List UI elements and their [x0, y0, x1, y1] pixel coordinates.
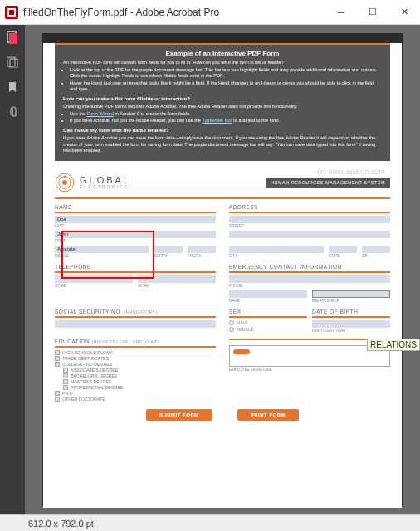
section-emergency: EMERGENCY CONTACT INFORMATION [229, 264, 390, 273]
svg-point-9 [62, 180, 67, 185]
emergency-phone-field[interactable] [229, 275, 390, 283]
emergency-name-field[interactable] [229, 290, 307, 298]
signature-mark-icon [233, 349, 250, 354]
work-phone-field[interactable] [138, 275, 216, 283]
first-name-field[interactable]: John [55, 231, 216, 238]
svg-rect-4 [9, 33, 17, 44]
dob-field[interactable] [312, 320, 390, 328]
window-title: filledOnTheFlyForm.pdf - Adobe Acrobat P… [23, 7, 325, 18]
header-text: Creating interactive PDF forms requires … [63, 104, 382, 110]
nav-rail [0, 25, 25, 514]
section-address: ADDRESS [229, 204, 390, 213]
section-name: NAME [55, 204, 216, 213]
last-name-field[interactable]: Doe [55, 216, 216, 223]
middle-name-field[interactable]: Alvanda [55, 246, 149, 253]
male-radio[interactable] [229, 320, 234, 325]
phd-checkbox[interactable] [55, 391, 60, 396]
street-field[interactable] [229, 216, 390, 223]
assoc-checkbox[interactable] [63, 368, 68, 373]
mast-checkbox[interactable] [63, 379, 68, 384]
brand-name: GLOBAL [80, 175, 261, 185]
other-checkbox[interactable] [55, 397, 60, 402]
status-bar: 612.0 x 792.0 pt [0, 514, 420, 531]
page-dimensions: 612.0 x 792.0 pt [28, 519, 94, 529]
svg-rect-2 [9, 10, 14, 15]
field-label: LAST [55, 224, 216, 228]
header-intro: An interactive PDF form will contain for… [63, 60, 382, 66]
female-radio[interactable] [229, 327, 234, 332]
header-question: Can I save my form with the data I enter… [63, 127, 382, 134]
home-phone-field[interactable] [55, 275, 133, 283]
section-education: EDUCATION (HIGHEST LEVEL AND YEAR) [55, 339, 216, 348]
city-field[interactable] [229, 246, 324, 253]
window-titlebar: filledOnTheFlyForm.pdf - Adobe Acrobat P… [0, 0, 420, 25]
suffix-field[interactable] [154, 246, 183, 253]
minimize-button[interactable]: ─ [325, 1, 357, 24]
section-telephone: TELEPHONE [55, 264, 216, 273]
close-button[interactable]: ✕ [388, 1, 420, 24]
section-sex: SEX [229, 309, 307, 318]
relationship-field[interactable] [312, 290, 390, 298]
section-ssn: SOCIAL SECURITY NO. (MANDATORY) [55, 309, 216, 318]
maximize-button[interactable]: ☐ [357, 1, 388, 24]
pdf-page: Example of an Interactive PDF Form An in… [43, 43, 402, 508]
zip-field[interactable] [362, 246, 390, 253]
tooltip: RELATIONS [367, 339, 420, 351]
submit-button[interactable]: SUBMIT FORM [146, 409, 212, 421]
state-field[interactable] [329, 246, 357, 253]
watermark: (c) www.apitron.com [317, 168, 385, 176]
street2-field[interactable] [229, 231, 390, 238]
prof-checkbox[interactable] [63, 385, 68, 390]
header-bullet: Look at the top of the PDF for the purpl… [70, 67, 382, 80]
header-bullet: If you have Acrobat, not just the Adobe … [70, 118, 382, 124]
bach-checkbox[interactable] [63, 373, 68, 378]
header-bullet: Hover the Hand tool over an area that lo… [70, 80, 382, 93]
document-viewport[interactable]: Example of an Interactive PDF Form An in… [25, 25, 420, 514]
divider [229, 339, 390, 340]
divider [55, 197, 390, 199]
attachments-icon[interactable] [5, 105, 20, 119]
info-header: Example of an Interactive PDF Form An in… [55, 43, 390, 161]
svg-point-11 [70, 182, 71, 183]
pages-icon[interactable] [5, 55, 20, 70]
header-text: If you have Adobe Acrobat you can save t… [63, 135, 382, 154]
trade-checkbox[interactable] [55, 356, 60, 361]
print-button[interactable]: PRINT FORM [237, 409, 299, 421]
thumbnails-icon[interactable] [5, 30, 20, 45]
header-bullet: Use the Form Wizard in Acrobat 9 to crea… [70, 111, 382, 118]
app-icon [5, 6, 18, 19]
company-logo-icon [55, 173, 75, 192]
typewriter-link[interactable]: Typewriter tool [202, 118, 232, 123]
bookmarks-icon[interactable] [5, 80, 20, 95]
system-tag: HUMAN RESOURCES MANAGEMENT SYSTEM [266, 178, 390, 188]
section-dob: DATE OF BIRTH [312, 309, 390, 318]
signature-field[interactable] [229, 345, 390, 367]
form-wizard-link[interactable]: Form Wizard [87, 111, 114, 116]
brand-sub: ELECTRONICS [80, 185, 261, 189]
college-checkbox[interactable] [55, 362, 60, 367]
field-label: FIRST [55, 239, 216, 243]
svg-point-10 [64, 175, 66, 177]
ssn-field[interactable] [55, 320, 216, 328]
header-title: Example of an Interactive PDF Form [63, 50, 382, 57]
prefix-field[interactable] [188, 246, 216, 253]
hs-checkbox[interactable] [55, 350, 60, 355]
header-question: How can you make a flat form fillable or… [63, 95, 382, 102]
